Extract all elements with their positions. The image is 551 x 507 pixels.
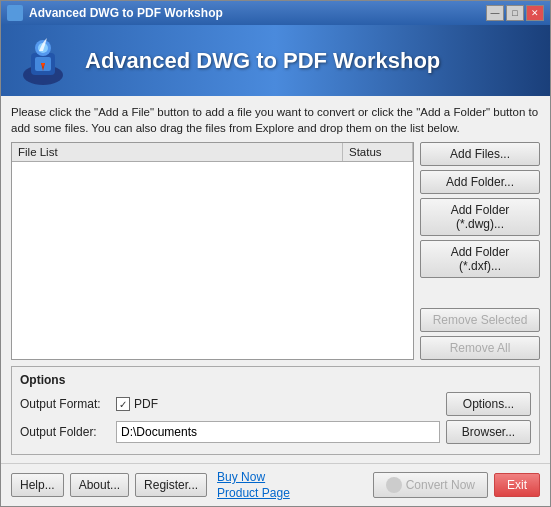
window-title: Advanced DWG to PDF Workshop bbox=[29, 6, 223, 20]
register-button[interactable]: Register... bbox=[135, 473, 207, 497]
output-format-value: ✓ PDF bbox=[116, 397, 158, 411]
app-icon bbox=[7, 5, 23, 21]
description-text: Please click the "Add a File" button to … bbox=[11, 104, 540, 136]
add-files-button[interactable]: Add Files... bbox=[420, 142, 540, 166]
main-content: Please click the "Add a File" button to … bbox=[1, 96, 550, 463]
remove-selected-button[interactable]: Remove Selected bbox=[420, 308, 540, 332]
minimize-button[interactable]: — bbox=[486, 5, 504, 21]
browser-button[interactable]: Browser... bbox=[446, 420, 531, 444]
file-list-name-col: File List bbox=[12, 143, 343, 161]
help-button[interactable]: Help... bbox=[11, 473, 64, 497]
buy-now-link[interactable]: Buy Now bbox=[217, 470, 290, 484]
output-folder-label: Output Folder: bbox=[20, 425, 110, 439]
options-button[interactable]: Options... bbox=[446, 392, 531, 416]
remove-all-button[interactable]: Remove All bbox=[420, 336, 540, 360]
pdf-label: PDF bbox=[134, 397, 158, 411]
title-bar: Advanced DWG to PDF Workshop — □ ✕ bbox=[1, 1, 550, 25]
output-folder-row: Output Folder: Browser... bbox=[20, 420, 531, 444]
add-folder-dxf-button[interactable]: Add Folder (*.dxf)... bbox=[420, 240, 540, 278]
close-button[interactable]: ✕ bbox=[526, 5, 544, 21]
about-button[interactable]: About... bbox=[70, 473, 129, 497]
bottom-bar: Help... About... Register... Buy Now Pro… bbox=[1, 463, 550, 506]
convert-icon bbox=[386, 477, 402, 493]
header-title: Advanced DWG to PDF Workshop bbox=[85, 48, 440, 74]
file-list-header: File List Status bbox=[12, 143, 413, 162]
main-window: Advanced DWG to PDF Workshop — □ ✕ Advan… bbox=[0, 0, 551, 507]
file-list-body[interactable] bbox=[12, 162, 413, 359]
output-format-label: Output Format: bbox=[20, 397, 110, 411]
options-section: Options Output Format: ✓ PDF Options... … bbox=[11, 366, 540, 455]
title-bar-controls: — □ ✕ bbox=[486, 5, 544, 21]
button-spacer bbox=[420, 282, 540, 304]
product-page-link[interactable]: Product Page bbox=[217, 486, 290, 500]
file-list-container: File List Status bbox=[11, 142, 414, 360]
file-list-status-col: Status bbox=[343, 143, 413, 161]
file-section: File List Status Add Files... Add Folder… bbox=[11, 142, 540, 360]
bottom-right-buttons: Convert Now Exit bbox=[373, 472, 540, 498]
add-folder-button[interactable]: Add Folder... bbox=[420, 170, 540, 194]
right-buttons-panel: Add Files... Add Folder... Add Folder (*… bbox=[420, 142, 540, 360]
output-folder-input[interactable] bbox=[116, 421, 440, 443]
maximize-button[interactable]: □ bbox=[506, 5, 524, 21]
exit-button[interactable]: Exit bbox=[494, 473, 540, 497]
convert-now-button[interactable]: Convert Now bbox=[373, 472, 488, 498]
header-logo-icon bbox=[13, 33, 73, 88]
title-bar-left: Advanced DWG to PDF Workshop bbox=[7, 5, 223, 21]
options-title: Options bbox=[20, 373, 531, 387]
pdf-checkbox[interactable]: ✓ bbox=[116, 397, 130, 411]
header-banner: Advanced DWG to PDF Workshop bbox=[1, 25, 550, 96]
add-folder-dwg-button[interactable]: Add Folder (*.dwg)... bbox=[420, 198, 540, 236]
output-format-row: Output Format: ✓ PDF Options... bbox=[20, 392, 531, 416]
convert-now-label: Convert Now bbox=[406, 478, 475, 492]
